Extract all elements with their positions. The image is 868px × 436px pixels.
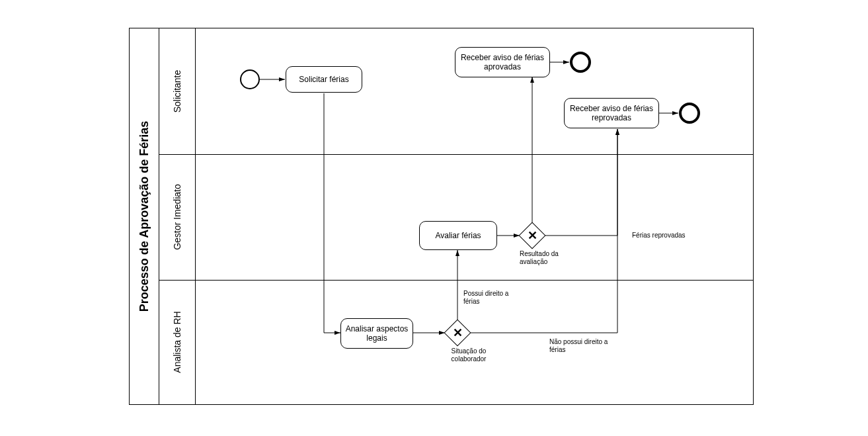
start-event (240, 69, 260, 89)
lane-separator (159, 154, 753, 155)
bpmn-pool: Processo de Aprovação de Férias Solicita… (129, 28, 754, 405)
task-label: Analisar aspectos legais (344, 324, 410, 343)
gateway-label: Situação do colaborador (439, 347, 498, 363)
task-label: Solicitar férias (299, 75, 348, 84)
edge-label-has-right: Possui direito a férias (463, 290, 516, 306)
gateway-x-icon: ✕ (528, 230, 537, 241)
lane-rh-header: Analista de RH (159, 280, 196, 404)
lane-label: Solicitante (172, 70, 182, 113)
end-event-approved (570, 52, 591, 73)
pool-title-cell: Processo de Aprovação de Férias (130, 28, 159, 404)
lane-solicitante-header: Solicitante (159, 28, 196, 154)
end-event-rejected (679, 103, 700, 124)
task-label: Avaliar férias (435, 231, 481, 240)
task-label: Receber aviso de férias aprovadas (458, 53, 547, 71)
gateway-label: Resultado da avaliação (520, 250, 572, 266)
edge-label-no-right: Não possui direito a férias (549, 338, 609, 354)
gateway-x-icon: ✕ (453, 327, 463, 339)
task-receber-aprovadas: Receber aviso de férias aprovadas (455, 47, 550, 77)
lane-gestor-header: Gestor Imediato (159, 154, 196, 280)
task-solicitar-ferias: Solicitar férias (286, 66, 362, 93)
task-avaliar-ferias: Avaliar férias (419, 221, 497, 250)
gateway-resultado-avaliacao: ✕ (520, 223, 545, 248)
task-analisar-aspectos: Analisar aspectos legais (340, 318, 413, 349)
pool-title: Processo de Aprovação de Férias (138, 121, 151, 312)
lane-label: Gestor Imediato (172, 184, 182, 250)
task-label: Receber aviso de férias reprovadas (567, 104, 656, 122)
lane-separator (159, 280, 753, 281)
lane-label: Analista de RH (172, 311, 182, 372)
task-receber-reprovadas: Receber aviso de férias reprovadas (564, 98, 659, 128)
gateway-situacao-colaborador: ✕ (445, 320, 470, 345)
edge-label-rejected: Férias reprovadas (632, 232, 686, 240)
